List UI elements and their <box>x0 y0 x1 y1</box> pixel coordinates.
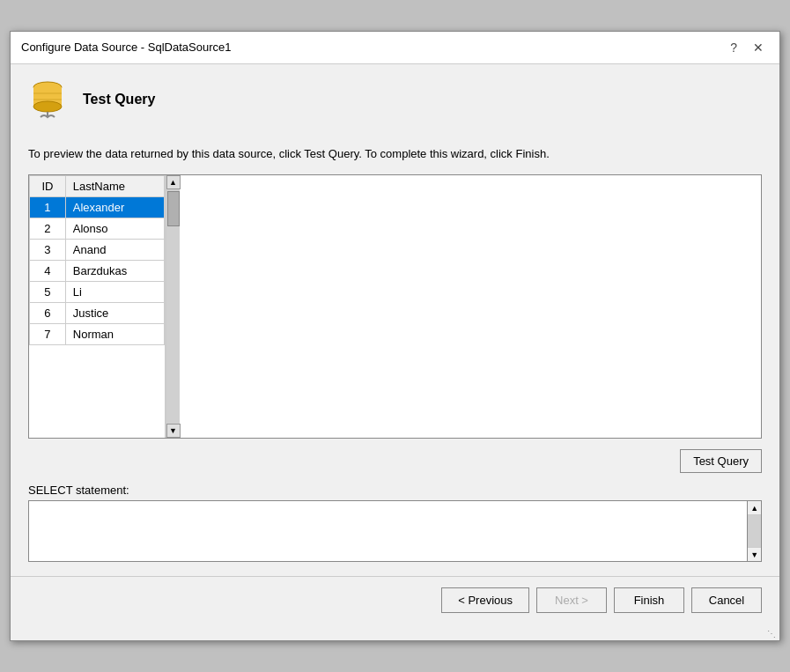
select-scroll-down[interactable]: ▼ <box>748 547 761 561</box>
resize-grip: ⋱ <box>11 627 779 640</box>
select-scroll-up[interactable]: ▲ <box>748 501 761 515</box>
left-table-panel: ID LastName 1Alexander2Alonso3Anand4Barz… <box>29 175 166 438</box>
svg-point-2 <box>33 101 62 112</box>
scroll-down-button[interactable]: ▼ <box>166 424 181 438</box>
table-layout: ID LastName 1Alexander2Alonso3Anand4Barz… <box>29 175 166 438</box>
select-statement-input[interactable] <box>28 500 748 562</box>
select-label: SELECT statement: <box>28 484 762 497</box>
dialog-title: Configure Data Source - SqlDataSource1 <box>21 41 231 54</box>
finish-button[interactable]: Finish <box>614 587 684 613</box>
test-query-button[interactable]: Test Query <box>680 449 762 473</box>
cell-id: 5 <box>30 282 66 303</box>
cell-lastname: Justice <box>65 303 164 324</box>
data-table-container: ID LastName 1Alexander2Alonso3Anand4Barz… <box>28 174 762 439</box>
cell-lastname: Alexander <box>65 197 164 218</box>
cell-id: 1 <box>30 197 66 218</box>
test-query-row: Test Query <box>28 449 762 473</box>
cell-id: 3 <box>30 240 66 261</box>
cell-id: 2 <box>30 218 66 240</box>
scroll-up-button[interactable]: ▲ <box>166 175 181 189</box>
help-button[interactable]: ? <box>725 39 742 56</box>
select-statement-section: SELECT statement: ▲ ▼ <box>28 484 762 562</box>
cell-lastname: Li <box>65 282 164 303</box>
instruction-text: To preview the data returned by this dat… <box>28 145 762 163</box>
scroll-thumb[interactable] <box>167 191 180 226</box>
table-row[interactable]: 7Norman <box>30 324 165 345</box>
table-row[interactable]: 5Li <box>30 282 165 303</box>
data-table: ID LastName 1Alexander2Alonso3Anand4Barz… <box>29 175 165 345</box>
next-button[interactable]: Next > <box>536 587 607 613</box>
title-bar: Configure Data Source - SqlDataSource1 ?… <box>11 32 779 64</box>
header-section: Test Query <box>28 78 762 131</box>
select-scroll-track <box>748 515 761 547</box>
col-header-id: ID <box>30 176 66 197</box>
page-title: Test Query <box>83 92 155 107</box>
table-row[interactable]: 6Justice <box>30 303 165 324</box>
table-row[interactable]: 4Barzdukas <box>30 261 165 282</box>
cell-lastname: Barzdukas <box>65 261 164 282</box>
cancel-button[interactable]: Cancel <box>691 587 762 613</box>
previous-button[interactable]: < Previous <box>441 587 529 613</box>
cell-id: 6 <box>30 303 66 324</box>
cell-lastname: Norman <box>65 324 164 345</box>
table-row[interactable]: 2Alonso <box>30 218 165 240</box>
title-bar-controls: ? ✕ <box>725 39 769 56</box>
cell-lastname: Alonso <box>65 218 164 240</box>
cell-id: 4 <box>30 261 66 282</box>
cell-id: 7 <box>30 324 66 345</box>
col-header-lastname: LastName <box>65 176 164 197</box>
dialog-content: Test Query To preview the data returned … <box>11 64 779 577</box>
dialog-footer: < Previous Next > Finish Cancel <box>11 576 779 627</box>
scroll-track <box>166 189 180 424</box>
table-row[interactable]: 1Alexander <box>30 197 165 218</box>
vertical-scrollbar[interactable]: ▲ ▼ <box>166 175 180 438</box>
database-icon <box>28 78 70 121</box>
close-button[interactable]: ✕ <box>748 39 769 56</box>
configure-datasource-dialog: Configure Data Source - SqlDataSource1 ?… <box>10 31 780 642</box>
table-row[interactable]: 3Anand <box>30 240 165 261</box>
cell-lastname: Anand <box>65 240 164 261</box>
